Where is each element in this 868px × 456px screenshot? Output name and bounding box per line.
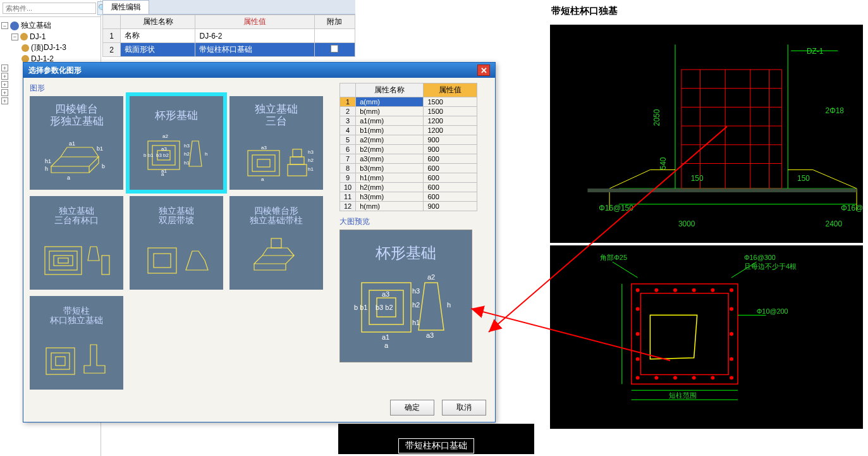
ok-button[interactable]: 确定 <box>390 400 434 416</box>
svg-point-91 <box>636 376 640 379</box>
param-idx: 9 <box>340 173 356 183</box>
param-value[interactable]: 600 <box>424 183 477 192</box>
expand-icon[interactable]: + <box>1 65 8 71</box>
svg-text:Φ16@1: Φ16@1 <box>841 204 863 213</box>
param-value[interactable]: 1500 <box>424 107 477 116</box>
param-row[interactable]: 12 h(mm) 900 <box>340 202 477 211</box>
param-value[interactable]: 900 <box>424 135 477 145</box>
param-row[interactable]: 4 b1(mm) 1200 <box>340 126 477 135</box>
svg-text:h2: h2 <box>412 301 420 309</box>
param-row[interactable]: 9 h1(mm) 600 <box>340 173 477 183</box>
svg-text:a3: a3 <box>426 331 434 339</box>
collapse-icon[interactable]: − <box>1 22 8 29</box>
col-name: 属性名称 <box>356 83 424 97</box>
svg-text:a3: a3 <box>261 145 267 151</box>
param-value[interactable]: 900 <box>424 202 477 211</box>
dialog-title: 选择参数化图形 <box>28 65 82 76</box>
search-input[interactable] <box>3 3 96 14</box>
cancel-button[interactable]: 取消 <box>442 400 486 416</box>
shape-card-triple[interactable]: 独立基础三台 aa3 h3h2 h1 <box>229 96 323 190</box>
param-value[interactable]: 1200 <box>424 116 477 126</box>
param-idx: 8 <box>340 164 356 173</box>
param-name: h(mm) <box>356 202 424 211</box>
shapes-column: 图形 四棱锥台形独立基础 h1h a1b1 ab 杯形基础 <box>30 83 333 390</box>
tree-leaf[interactable]: (顶)DJ-1-3 <box>21 42 99 54</box>
row-value[interactable]: DJ-6-2 <box>195 29 314 43</box>
expand-icon[interactable]: + <box>1 97 8 104</box>
shape-title: 独立基础三台 <box>255 104 298 127</box>
shape-card-double-slope[interactable]: 独立基础双层带坡 <box>130 196 223 290</box>
dialog-titlebar[interactable]: 选择参数化图形 ✕ <box>23 63 495 78</box>
shape-card-triple-cup[interactable]: 独立基础三台有杯口 <box>30 196 123 290</box>
shape-card-pyramid[interactable]: 四棱锥台形独立基础 h1h a1b1 ab <box>30 96 123 190</box>
prop-row-selected[interactable]: 2 截面形状 带短柱杯口基础 <box>103 43 355 57</box>
svg-point-93 <box>673 376 677 379</box>
svg-rect-33 <box>58 258 68 263</box>
param-row[interactable]: 6 b2(mm) 900 <box>340 145 477 154</box>
svg-text:b1: b1 <box>97 145 103 152</box>
param-row[interactable]: 2 b(mm) 1500 <box>340 107 477 116</box>
shape-card-cup[interactable]: 杯形基础 b b1b3 b2 a3a1 a2a h3h2 h1h <box>130 96 223 190</box>
param-idx: 5 <box>340 135 356 145</box>
param-row[interactable]: 8 b3(mm) 600 <box>340 164 477 173</box>
svg-text:150: 150 <box>797 174 810 183</box>
param-value[interactable]: 600 <box>424 164 477 173</box>
param-row[interactable]: 10 h2(mm) 600 <box>340 183 477 192</box>
svg-rect-38 <box>46 348 75 374</box>
svg-rect-84 <box>641 293 729 375</box>
parameter-table: 属性名称 属性值 1 a(mm) 15002 b(mm) 15003 a1(mm… <box>339 83 477 211</box>
param-name: b(mm) <box>356 107 424 116</box>
shape-card-shortcol-cup[interactable]: 带短柱杯口独立基础 <box>30 296 123 390</box>
param-row[interactable]: 7 a3(mm) 600 <box>340 154 477 164</box>
expand-icon[interactable]: + <box>1 89 8 96</box>
param-value[interactable]: 900 <box>424 145 477 154</box>
svg-rect-32 <box>54 256 73 266</box>
param-idx: 6 <box>340 145 356 154</box>
param-idx: 1 <box>340 97 356 107</box>
shape-card-pyramid-col[interactable]: 四棱锥台形独立基础带柱 <box>229 196 323 290</box>
bottom-title: 带短柱杯口基础 <box>399 439 474 453</box>
svg-rect-23 <box>290 157 304 164</box>
prop-row[interactable]: 1 名称 DJ-6-2 <box>103 29 355 43</box>
param-value[interactable]: 1200 <box>424 126 477 135</box>
param-row[interactable]: 3 a1(mm) 1200 <box>340 116 477 126</box>
param-row[interactable]: 5 a2(mm) 900 <box>340 135 477 145</box>
preview-box: 杯形基础 b b1 b3 b2 a3 a1 a a2 h3 h2 h1 <box>339 230 472 362</box>
param-value[interactable]: 600 <box>424 173 477 183</box>
expand-icon[interactable]: + <box>1 73 8 80</box>
param-name: b1(mm) <box>356 126 424 135</box>
param-name: b2(mm) <box>356 145 424 154</box>
param-value[interactable]: 1500 <box>424 97 477 107</box>
row-add[interactable] <box>314 43 355 57</box>
param-idx: 4 <box>340 126 356 135</box>
col-value: 属性值 <box>195 15 314 29</box>
svg-rect-35 <box>148 248 176 273</box>
svg-text:Φ16@150: Φ16@150 <box>599 204 633 213</box>
param-value[interactable]: 600 <box>424 192 477 202</box>
svg-text:h2: h2 <box>184 151 190 157</box>
svg-text:a: a <box>261 176 264 182</box>
tab-property-edit[interactable]: 属性编辑 <box>102 0 149 14</box>
expand-icon[interactable]: + <box>1 81 8 88</box>
collapse-icon[interactable]: − <box>11 34 18 40</box>
svg-text:h3: h3 <box>308 149 314 155</box>
close-button[interactable]: ✕ <box>477 65 490 76</box>
checkbox-icon[interactable] <box>331 45 338 52</box>
param-row[interactable]: 11 h3(mm) 600 <box>340 192 477 202</box>
svg-rect-34 <box>102 256 109 274</box>
shape-title: 带短柱杯口独立基础 <box>50 306 103 326</box>
svg-point-89 <box>711 288 714 292</box>
svg-rect-83 <box>632 284 738 384</box>
tree-node-dj1[interactable]: − DJ-1 <box>11 32 99 42</box>
param-name: a3(mm) <box>356 154 424 164</box>
reference-title: 带短柱杯口独基 <box>545 0 868 22</box>
svg-text:h2: h2 <box>308 157 314 163</box>
param-row[interactable]: 1 a(mm) 1500 <box>340 97 477 107</box>
param-value[interactable]: 600 <box>424 154 477 164</box>
tree-root[interactable]: − 独立基础 <box>1 20 99 32</box>
svg-point-98 <box>636 332 640 336</box>
svg-rect-24 <box>293 149 302 157</box>
col-name: 属性名称 <box>121 15 195 29</box>
tab-bar: 属性编辑 <box>102 0 355 15</box>
row-value[interactable]: 带短柱杯口基础 <box>195 43 314 57</box>
